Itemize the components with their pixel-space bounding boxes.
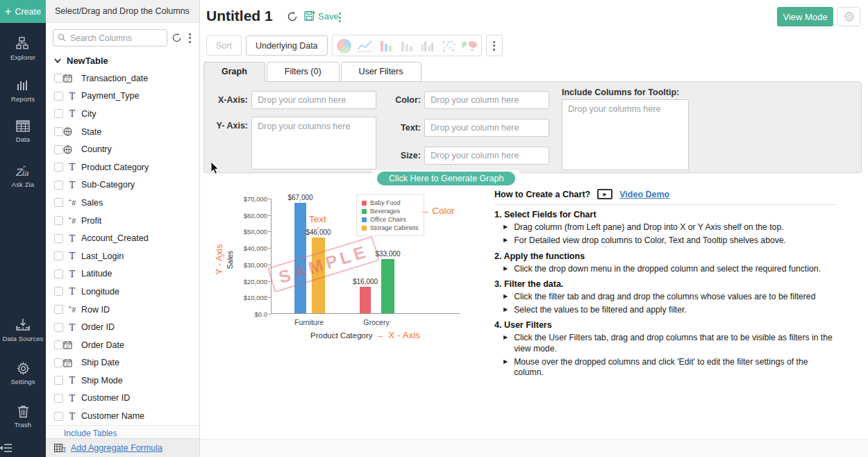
data-sources-icon [0, 318, 46, 332]
column-row-country[interactable]: Country [46, 140, 199, 158]
table-node-newtable[interactable]: NewTable [46, 51, 199, 69]
legend-item: Office Chairs [362, 216, 419, 223]
column-checkbox[interactable] [54, 305, 63, 314]
y-axis-tick-label: $0.0 [238, 310, 267, 318]
refresh-report-icon[interactable] [287, 11, 298, 22]
sidebar-item-ask-zia[interactable]: ZiaAsk Zia [0, 165, 46, 188]
column-row-last-login[interactable]: TLast_Login [46, 247, 199, 265]
refresh-columns-icon[interactable] [172, 33, 182, 43]
settings-icon [0, 362, 46, 375]
scatter-plot-icon[interactable] [438, 35, 459, 56]
column-name: State [81, 127, 101, 137]
column-row-customer-name[interactable]: TCustomer Name [46, 407, 199, 425]
y-axis-dropzone[interactable] [251, 117, 376, 169]
collapse-sidebar-icon[interactable] [0, 443, 46, 453]
size-dropzone[interactable] [424, 147, 549, 165]
sidebar-item-explorer[interactable]: Explorer [0, 37, 46, 61]
column-row-payment-type[interactable]: TPayment_Type [46, 88, 199, 106]
svg-text:Σ: Σ [62, 447, 66, 453]
bar-chart-colored-icon[interactable] [376, 35, 397, 56]
sidebar-item-reports[interactable]: Reports [0, 78, 46, 103]
x-axis-dropzone[interactable] [251, 91, 376, 109]
column-checkbox[interactable] [54, 163, 63, 172]
column-checkbox[interactable] [54, 127, 63, 136]
sidebar-item-trash[interactable]: Trash [0, 405, 46, 429]
create-button[interactable]: + Create [0, 0, 46, 23]
generate-graph-button[interactable]: Click Here to Generate Graph [377, 172, 515, 185]
color-dropzone[interactable] [424, 91, 549, 109]
column-row-account-created[interactable]: TAccount_Created [46, 229, 199, 247]
grouped-bar-chart-icon[interactable] [417, 35, 438, 56]
x-axis-label: X-Axis: [210, 95, 248, 105]
column-row-customer-id[interactable]: TCustomer ID [46, 390, 199, 408]
column-row-ship-date[interactable]: 17Ship Date [46, 354, 199, 372]
tab-graph[interactable]: Graph [203, 62, 265, 82]
bullet-text: Click the User Filters tab, drag and dro… [514, 333, 836, 354]
column-row-profit[interactable]: +#Profit [46, 212, 199, 230]
column-row-order-id[interactable]: TOrder ID [46, 318, 199, 336]
text-dropzone[interactable] [424, 119, 549, 137]
tab-user-filters[interactable]: User Filters [341, 62, 422, 82]
column-checkbox[interactable] [54, 340, 63, 349]
svg-text:ia: ia [22, 169, 29, 178]
text-type-icon: T [63, 269, 81, 279]
column-checkbox[interactable] [54, 412, 63, 421]
save-button[interactable]: Save [304, 10, 339, 22]
pie-chart-icon[interactable] [334, 35, 355, 56]
map-chart-icon[interactable] [459, 35, 480, 56]
column-row-transaction-date[interactable]: 17Transaction_date [46, 69, 199, 88]
add-aggregate-formula-link[interactable]: Add Aggregate Formula [71, 443, 162, 453]
column-checkbox[interactable] [54, 287, 63, 296]
text-type-icon: T [63, 322, 81, 333]
svg-text:17: 17 [66, 344, 70, 349]
column-checkbox[interactable] [54, 269, 63, 279]
report-menu-kebab-icon[interactable] [336, 11, 344, 24]
columns-panel-title: Select/Drag and Drop the Columns [46, 0, 199, 23]
line-chart-icon[interactable] [355, 35, 376, 56]
column-row-state[interactable]: State [46, 123, 199, 141]
instruction-step-title: 2. Apply the functions [494, 251, 836, 261]
column-checkbox[interactable] [54, 394, 63, 403]
underlying-data-button[interactable]: Underlying Data [246, 35, 328, 56]
column-checkbox[interactable] [54, 92, 63, 101]
column-row-row-id[interactable]: +#Row ID [46, 301, 199, 319]
column-checkbox[interactable] [54, 74, 63, 83]
column-row-sub-category[interactable]: TSub-Category [46, 176, 199, 194]
column-checkbox[interactable] [54, 216, 63, 225]
column-row-ship-mode[interactable]: TShip Mode [46, 372, 199, 390]
geo-type-icon [63, 127, 81, 136]
column-name: Ship Mode [81, 376, 123, 385]
column-checkbox[interactable] [54, 376, 63, 385]
column-checkbox[interactable] [54, 181, 63, 190]
legend-swatch [362, 217, 367, 222]
column-row-order-date[interactable]: 17Order Date [46, 336, 199, 354]
column-row-latitude[interactable]: TLatitude [46, 265, 199, 283]
sidebar-item-settings[interactable]: Settings [0, 362, 46, 385]
columns-menu-kebab-icon[interactable] [186, 32, 194, 44]
column-row-longitude[interactable]: TLongitude [46, 283, 199, 301]
sidebar-item-data[interactable]: Data [0, 120, 46, 143]
tooltip-dropzone[interactable] [562, 99, 689, 170]
bar-chart-icon[interactable] [397, 35, 417, 56]
column-row-product-category[interactable]: TProduct Category [46, 158, 199, 176]
column-row-sales[interactable]: +#Sales [46, 194, 199, 212]
video-play-icon[interactable]: ▶ [597, 189, 612, 199]
search-columns-input[interactable] [53, 29, 167, 47]
column-checkbox[interactable] [54, 323, 63, 332]
tab-filters[interactable]: Filters (0) [267, 62, 340, 82]
sort-button[interactable]: Sort [206, 35, 242, 56]
column-checkbox[interactable] [54, 198, 63, 207]
column-checkbox[interactable] [54, 358, 63, 367]
column-checkbox[interactable] [54, 251, 63, 260]
settings-gear-button[interactable] [837, 7, 860, 26]
video-demo-link[interactable]: Video Demo [619, 190, 669, 199]
chart-type-more-kebab-icon[interactable] [486, 35, 503, 56]
bullet-triangle-icon: ▶ [503, 333, 508, 354]
text-type-icon: T [63, 411, 81, 422]
column-row-city[interactable]: TCity [46, 105, 199, 123]
column-checkbox[interactable] [54, 145, 63, 154]
column-checkbox[interactable] [54, 234, 63, 243]
column-checkbox[interactable] [54, 109, 63, 118]
view-mode-button[interactable]: View Mode [777, 7, 833, 26]
sidebar-item-data-sources[interactable]: Data Sources [0, 318, 46, 342]
